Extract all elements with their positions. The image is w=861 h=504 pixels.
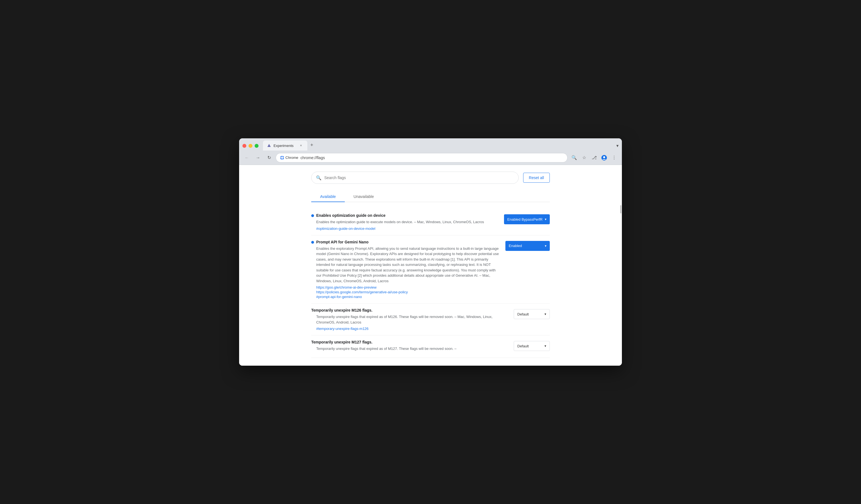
forward-button[interactable]: → — [254, 153, 262, 162]
flag-info: Temporarily unexpire M127 flags. Tempora… — [311, 340, 508, 353]
flag-enabled-dot — [311, 241, 314, 244]
close-window-button[interactable] — [243, 144, 246, 148]
flag-item: Enables optimization guide on device Ena… — [311, 209, 550, 235]
flag-link-1[interactable]: https://goo.gle/chrome-ai-dev-preview — [311, 285, 500, 290]
flag-title-row: Prompt API for Gemini Nano — [311, 240, 500, 244]
flag-title: Temporarily unexpire M127 flags. — [311, 340, 372, 344]
flag-title: Prompt API for Gemini Nano — [316, 240, 369, 244]
search-input[interactable] — [324, 176, 514, 180]
flag-title-row: Temporarily unexpire M127 flags. — [311, 340, 508, 344]
search-row: 🔍 Reset all — [311, 172, 550, 184]
performance-button[interactable]: ⎇ — [590, 153, 599, 162]
profile-button[interactable] — [600, 153, 609, 162]
flag-item: Prompt API for Gemini Nano Enables the e… — [311, 235, 550, 304]
more-button[interactable]: ⋮ — [610, 153, 618, 162]
flag-control: Enabled BypassPerfR ▾ — [504, 214, 550, 224]
svg-rect-6 — [280, 157, 281, 158]
tab-unavailable[interactable]: Unavailable — [345, 192, 383, 202]
flag-control: Default ▾ — [514, 341, 550, 351]
flag-title-row: Temporarily unexpire M126 flags. — [311, 308, 508, 312]
flag-title: Temporarily unexpire M126 flags. — [311, 308, 372, 312]
reset-all-button[interactable]: Reset all — [523, 173, 550, 183]
zoom-button[interactable]: 🔍 — [570, 153, 579, 162]
flag-select-button[interactable]: Enabled ▾ — [505, 241, 550, 251]
browser-tab[interactable]: Experiments × — [263, 141, 308, 151]
flag-select-button[interactable]: Default ▾ — [514, 341, 550, 351]
address-bar[interactable]: Chrome chrome://flags — [276, 153, 568, 163]
tab-close-button[interactable]: × — [299, 143, 303, 148]
reload-button[interactable]: ↻ — [265, 153, 273, 162]
flag-select-button[interactable]: Default ▾ — [514, 309, 550, 319]
flag-select-label: Enabled BypassPerfR — [507, 218, 543, 222]
flags-page: 🔍 Reset all Available Unavailable En — [306, 165, 555, 365]
flag-description: Temporarily unexpire flags that expired … — [311, 346, 508, 351]
page-tabs: Available Unavailable — [311, 192, 550, 202]
svg-rect-4 — [282, 156, 282, 157]
flag-title-row: Enables optimization guide on device — [311, 213, 498, 218]
flag-link-2[interactable]: https://policies.google.com/terms/genera… — [311, 290, 500, 294]
flag-title: Enables optimization guide on device — [316, 213, 385, 218]
flag-control: Default ▾ — [514, 309, 550, 319]
flag-select-button[interactable]: Enabled BypassPerfR ▾ — [504, 214, 550, 224]
select-arrow-icon: ▾ — [545, 344, 546, 348]
tab-title: Experiments — [273, 144, 293, 148]
select-arrow-icon: ▾ — [545, 218, 546, 221]
flag-anchor-link[interactable]: #temporary-unexpire-flags-m126 — [311, 326, 508, 331]
tab-available[interactable]: Available — [311, 192, 345, 202]
window-controls — [243, 144, 259, 148]
flag-description: Enables the exploratory Prompt API, allo… — [311, 246, 500, 284]
tab-favicon — [267, 143, 271, 148]
scroll-indicator — [620, 205, 621, 213]
flag-select-label: Default — [517, 344, 529, 348]
search-box[interactable]: 🔍 — [311, 172, 519, 184]
flag-select-label: Default — [517, 312, 529, 316]
flag-control: Enabled ▾ — [505, 241, 550, 251]
flag-info: Temporarily unexpire M126 flags. Tempora… — [311, 308, 508, 331]
back-button[interactable]: ← — [243, 153, 251, 162]
title-bar: Experiments × + ▾ — [239, 138, 622, 151]
page-wrapper: 🔍 Reset all Available Unavailable En — [239, 165, 622, 366]
maximize-window-button[interactable] — [255, 144, 259, 148]
browser-brand: Chrome — [285, 155, 298, 160]
flag-anchor-link[interactable]: #prompt-api-for-gemini-nano — [311, 295, 500, 299]
svg-rect-5 — [282, 158, 282, 160]
site-identity: Chrome — [280, 155, 298, 160]
browser-window: Experiments × + ▾ ← → ↻ Chrome chrome://… — [239, 138, 622, 366]
bookmark-button[interactable]: ☆ — [580, 153, 589, 162]
search-icon: 🔍 — [316, 175, 322, 181]
svg-rect-7 — [283, 157, 284, 158]
url-text: chrome://flags — [300, 155, 325, 160]
flag-enabled-dot — [311, 214, 314, 217]
svg-point-9 — [603, 156, 605, 158]
flag-item: Temporarily unexpire M127 flags. Tempora… — [311, 335, 550, 358]
new-tab-button[interactable]: + — [308, 141, 316, 150]
svg-rect-1 — [269, 146, 270, 146]
svg-point-3 — [281, 157, 283, 158]
flag-description: Temporarily unexpire flags that expired … — [311, 314, 508, 325]
page-content: 🔍 Reset all Available Unavailable En — [239, 165, 622, 366]
flag-info: Enables optimization guide on device Ena… — [311, 213, 498, 230]
flag-anchor-link[interactable]: #optimization-guide-on-device-model — [311, 226, 498, 230]
flag-select-label: Enabled — [509, 244, 522, 248]
minimize-window-button[interactable] — [248, 144, 252, 148]
flag-description: Enables the optimization guide to execut… — [311, 219, 498, 225]
flag-info: Prompt API for Gemini Nano Enables the e… — [311, 240, 500, 299]
flag-item: Temporarily unexpire M126 flags. Tempora… — [311, 304, 550, 335]
nav-bar: ← → ↻ Chrome chrome://flags 🔍 ☆ ⎇ — [239, 151, 622, 165]
select-arrow-icon: ▾ — [545, 244, 546, 248]
chrome-chevron[interactable]: ▾ — [616, 143, 618, 148]
select-arrow-icon: ▾ — [545, 312, 546, 316]
nav-right-icons: 🔍 ☆ ⎇ ⋮ — [570, 153, 618, 162]
